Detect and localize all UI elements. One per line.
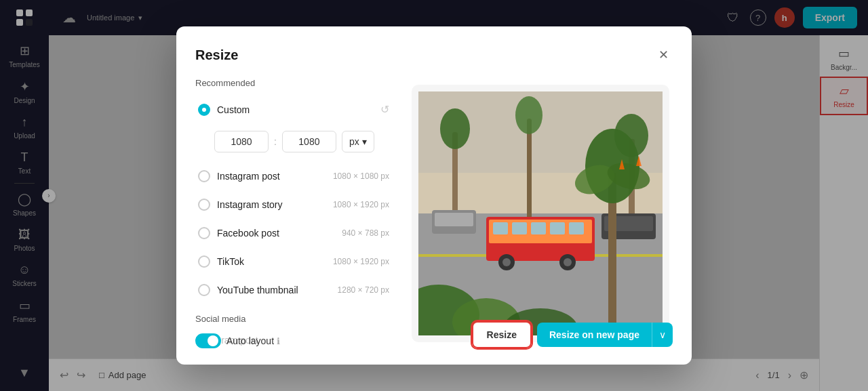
social-media-label: Social media [195,314,392,324]
svg-rect-21 [550,222,565,234]
facebook-post-size: 940 × 788 px [342,228,389,238]
modal-actions: Resize Resize on new page ∨ [472,321,673,348]
resize-modal: Resize ✕ Recommended Custom ↺ : [176,26,692,365]
option-custom[interactable]: Custom ↺ [195,99,392,120]
recommended-label: Recommended [195,78,392,88]
auto-layout-row: Auto layout ℹ [195,333,280,348]
size-separator: : [274,136,277,147]
custom-size-inputs: : px ▾ [214,131,392,152]
width-input[interactable] [214,131,269,152]
preview-container [412,85,669,342]
custom-radio [198,104,210,116]
option-instagram-story[interactable]: Instagram story 1080 × 1920 px [195,194,392,215]
tiktok-label: TikTok [217,256,326,267]
instagram-story-radio [198,199,210,211]
unit-dropdown-icon: ▾ [362,136,367,147]
tiktok-size: 1080 × 1920 px [333,257,389,266]
facebook-post-radio [198,227,210,239]
instagram-post-radio [198,170,210,182]
instagram-story-label: Instagram story [217,199,326,210]
modal-right-panel [408,78,673,348]
option-facebook-post[interactable]: Facebook post 940 × 788 px [195,223,392,243]
svg-rect-18 [493,222,508,234]
facebook-post-label: Facebook post [217,228,335,239]
custom-option-label: Custom [217,104,374,115]
preview-image [418,91,663,335]
svg-point-26 [564,258,572,266]
auto-layout-toggle[interactable] [195,333,221,348]
unit-select[interactable]: px ▾ [342,131,374,152]
option-tiktok[interactable]: TikTok 1080 × 1920 px [195,251,392,272]
modal-close-button[interactable]: ✕ [654,45,673,64]
svg-point-11 [515,96,542,134]
auto-layout-label: Auto layout ℹ [226,335,280,346]
svg-rect-10 [527,119,532,227]
resize-new-page-group: Resize on new page ∨ [537,323,673,347]
svg-rect-19 [512,222,527,234]
svg-rect-22 [569,222,584,234]
instagram-post-size: 1080 × 1080 px [333,171,389,181]
instagram-story-size: 1080 × 1920 px [333,200,389,209]
refresh-icon[interactable]: ↺ [380,103,389,116]
youtube-radio [198,284,210,296]
modal-left-panel: Recommended Custom ↺ : px ▾ [195,78,392,348]
svg-rect-15 [435,213,473,226]
svg-point-9 [440,108,470,149]
resize-new-page-button[interactable]: Resize on new page [537,323,652,347]
modal-title: Resize [195,47,238,63]
resize-new-page-arrow-button[interactable]: ∨ [652,323,673,347]
modal-header: Resize ✕ [195,45,673,64]
unit-label: px [349,136,359,147]
tiktok-radio [198,255,210,268]
auto-layout-info-icon[interactable]: ℹ [277,336,280,346]
modal-body: Recommended Custom ↺ : px ▾ [195,78,673,348]
resize-button[interactable]: Resize [472,321,532,348]
svg-point-24 [502,258,511,266]
instagram-post-label: Instagram post [217,171,326,182]
height-input[interactable] [282,131,336,152]
svg-rect-20 [531,222,546,234]
youtube-size: 1280 × 720 px [338,285,389,295]
option-instagram-post[interactable]: Instagram post 1080 × 1080 px [195,166,392,186]
modal-overlay: Resize ✕ Recommended Custom ↺ : [0,0,868,391]
youtube-label: YouTube thumbnail [217,285,331,295]
option-youtube-thumbnail[interactable]: YouTube thumbnail 1280 × 720 px [195,280,392,300]
